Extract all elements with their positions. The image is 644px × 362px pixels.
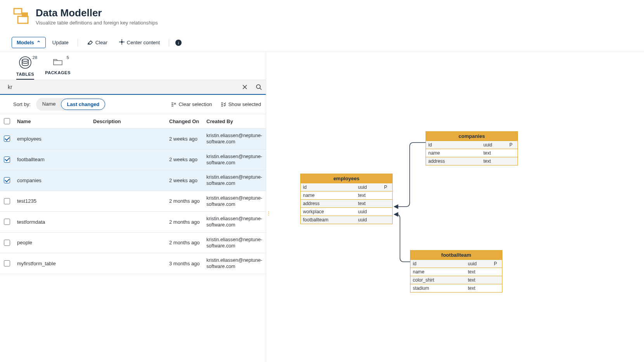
chevron-up-icon: ⌄ [36,40,41,45]
entity-footballteam-header: footballteam [410,251,502,259]
row-checkbox[interactable] [4,219,10,225]
field-pk [381,209,390,214]
row-changed-on: 2 weeks ago [169,178,206,183]
row-checkbox[interactable] [4,240,10,246]
field-pk [381,217,390,223]
field-type: uuid [468,261,491,266]
table-row[interactable]: testformdata2 months agokristin.eliassen… [0,212,266,233]
table-header: Name Description Changed On Created By [0,114,266,129]
field-pk: P [491,261,500,266]
field-type: text [483,158,507,164]
field-type: text [483,150,507,156]
row-changed-on: 2 weeks ago [169,157,206,162]
models-button[interactable]: Models ⌄ [12,37,46,48]
entity-field: iduuidP [410,259,502,268]
tab-packages-label: Packages [45,70,71,75]
row-checkbox[interactable] [4,177,10,183]
col-created-by: Created By [206,118,266,124]
page-subtitle: Visualize table definitions and foreign … [36,20,158,26]
field-name: color_shirt [413,277,468,283]
entity-employees[interactable]: employees iduuidPnametextaddresstextwork… [300,174,393,224]
info-button[interactable]: i [173,37,184,48]
field-type: uuid [358,217,381,223]
search-button[interactable] [252,80,266,94]
sort-segmented: Name Last changed [36,98,106,111]
row-checkbox[interactable] [4,260,10,266]
tab-packages[interactable]: 5 Packages [45,56,71,80]
table-row[interactable]: people2 months agokristin.eliassen@neptu… [0,233,266,254]
field-name: id [413,261,468,266]
row-changed-on: 2 weeks ago [169,136,206,142]
entity-field: nametext [301,191,392,199]
tables-count-badge: 28 [33,55,37,60]
page-title: Data Modeller [36,7,158,19]
folder-icon [52,63,64,69]
show-selected-button[interactable]: Show selected [220,101,261,107]
row-checkbox[interactable] [4,136,10,142]
left-pane: 28 Tables 5 Packages [0,52,266,362]
table-row[interactable]: companies2 weeks agokristin.eliassen@nep… [0,170,266,191]
entity-field: workplaceuuid [301,207,392,216]
row-name: footballteam [17,157,93,162]
sort-last-changed[interactable]: Last changed [61,99,105,110]
entity-field: color_shirttext [410,276,502,284]
splitter-handle[interactable]: ⋮⋮ [266,208,268,218]
entity-companies[interactable]: companies iduuidPnametextaddresstext [426,131,518,165]
field-pk [381,193,390,198]
col-changed-on: Changed On [169,118,206,124]
table-row[interactable]: employees2 weeks agokristin.eliassen@nep… [0,129,266,150]
row-changed-on: 2 months ago [169,198,206,204]
entity-companies-header: companies [426,132,518,141]
svg-point-8 [256,85,260,89]
svg-point-7 [22,59,28,61]
center-content-button[interactable]: Center content [114,37,165,49]
select-all-checkbox[interactable] [4,118,10,124]
entity-field: iduuidP [301,183,392,191]
svg-rect-2 [22,12,28,17]
field-name: workplace [303,209,358,214]
svg-rect-1 [18,16,28,23]
tab-tables[interactable]: 28 Tables [16,56,34,80]
col-description: Description [93,118,169,124]
row-created-by: kristin.eliassen@neptune-software.com [206,216,266,228]
row-changed-on: 2 months ago [169,240,206,245]
database-icon [19,64,32,70]
update-button[interactable]: Update [47,37,74,48]
field-pk [507,158,515,164]
sort-by-label: Sort by: [13,101,31,107]
row-changed-on: 3 months ago [169,261,206,266]
clear-button[interactable]: Clear [82,37,113,49]
clear-search-button[interactable] [238,80,252,94]
field-type: text [358,193,381,198]
row-checkbox[interactable] [4,157,10,163]
table-row[interactable]: footballteam2 weeks agokristin.eliassen@… [0,150,266,171]
field-pk [491,277,500,283]
search-icon [256,84,262,90]
table-row[interactable]: myfirstform_table3 months agokristin.eli… [0,253,266,274]
entity-field: footballteamuuid [301,216,392,224]
row-created-by: kristin.eliassen@neptune-software.com [206,132,266,145]
field-pk [507,150,515,156]
field-name: stadium [413,285,468,291]
table-row[interactable]: test12352 months agokristin.eliassen@nep… [0,191,266,212]
field-name: address [428,158,483,164]
svg-point-3 [121,41,123,43]
field-name: address [303,201,358,206]
row-checkbox[interactable] [4,198,10,204]
close-icon [242,84,248,90]
search-input[interactable] [0,80,238,94]
sort-name[interactable]: Name [37,99,61,110]
field-type: uuid [358,184,381,190]
diagram-canvas[interactable]: ⋮⋮ employees iduuidPnametextaddresstextw… [266,52,644,362]
field-name: id [303,184,358,190]
clear-selection-button[interactable]: Clear selection [171,101,212,107]
field-name: id [428,142,483,148]
field-type: text [468,277,491,283]
entity-employees-header: employees [301,174,392,183]
entity-footballteam[interactable]: footballteam iduuidPnametextcolor_shirtt… [410,250,502,292]
row-created-by: kristin.eliassen@neptune-software.com [206,195,266,208]
app-header: Data Modeller Visualize table definition… [0,0,644,52]
field-type: uuid [483,142,507,148]
field-name: name [413,269,468,275]
field-pk [381,201,390,206]
